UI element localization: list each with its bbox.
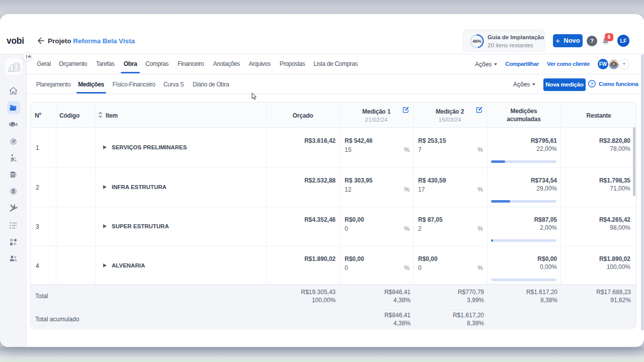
svg-text:?: ? [591, 81, 594, 86]
svg-text:46%: 46% [472, 39, 481, 44]
svg-text:$: $ [12, 188, 15, 194]
